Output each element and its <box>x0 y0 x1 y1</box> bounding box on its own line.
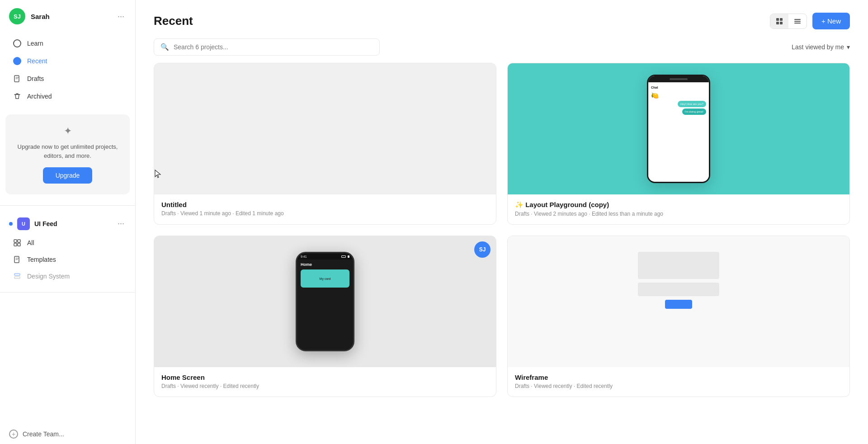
create-team-button[interactable]: + Create Team... <box>0 424 135 444</box>
wireframe-cta <box>665 300 692 309</box>
project-location: Drafts <box>161 210 176 217</box>
team-header[interactable]: U UI Feed ··· <box>0 213 135 234</box>
search-input-wrap: 🔍 <box>154 38 380 56</box>
home-label: Home <box>301 262 349 267</box>
sidebar-item-label: Archived <box>27 93 52 100</box>
team-section: U UI Feed ··· All Templa <box>0 209 135 288</box>
sidebar-item-label: Learn <box>27 40 43 47</box>
avatar: SJ <box>9 8 25 24</box>
page-title: Recent <box>154 14 193 28</box>
phone-notch <box>648 76 709 82</box>
trash-icon <box>13 92 22 101</box>
svg-rect-2 <box>18 240 20 242</box>
user-badge: SJ <box>474 241 491 258</box>
project-meta: Drafts · Viewed recently · Edited recent… <box>161 383 489 389</box>
view-toggle <box>770 14 807 29</box>
project-thumbnail <box>154 63 496 194</box>
svg-rect-14 <box>794 23 801 24</box>
project-location: Drafts <box>515 383 529 389</box>
sidebar-item-templates[interactable]: Templates <box>4 251 132 268</box>
sidebar-item-recent[interactable]: Recent <box>4 52 132 70</box>
divider <box>0 205 135 206</box>
search-bar: 🔍 Last viewed by me ▾ <box>136 38 868 63</box>
chat-bubble: I'm doing great! <box>682 109 706 115</box>
project-viewed: Viewed recently <box>534 383 572 389</box>
svg-rect-4 <box>18 243 20 246</box>
phone-screen-dark: Home My card <box>297 260 353 350</box>
sidebar-item-label: Templates <box>27 256 56 263</box>
project-edited: Edited 1 minute ago <box>236 210 284 217</box>
project-info: Untitled Drafts · Viewed 1 minute ago · … <box>154 194 496 224</box>
card-widget: My card <box>301 269 349 288</box>
project-edited: Edited recently <box>223 383 259 389</box>
sidebar-item-label: All <box>27 239 34 246</box>
sidebar: SJ Sarah ··· Learn Recent Drafts <box>0 0 136 444</box>
new-project-button[interactable]: + New <box>812 13 850 29</box>
project-card[interactable]: Wireframe Drafts · Viewed recently · Edi… <box>507 236 850 397</box>
project-meta: Drafts · Viewed recently · Edited recent… <box>515 383 842 389</box>
plus-icon: + <box>9 430 18 439</box>
user-name: Sarah <box>31 13 110 20</box>
drafts-icon <box>13 74 22 83</box>
team-dot-indicator <box>9 222 13 226</box>
svg-rect-10 <box>776 22 779 24</box>
user-more-button[interactable]: ··· <box>116 10 126 23</box>
project-card[interactable]: Untitled Drafts · Viewed 1 minute ago · … <box>154 63 496 225</box>
project-edited: Edited recently <box>577 383 613 389</box>
search-icon: 🔍 <box>160 43 169 51</box>
status-dots <box>341 255 349 258</box>
sidebar-item-label: Design System <box>27 273 70 280</box>
grid-view-button[interactable] <box>770 14 788 28</box>
upgrade-button[interactable]: Upgrade <box>43 167 93 184</box>
project-meta: Drafts · Viewed 1 minute ago · Edited 1 … <box>161 210 489 217</box>
svg-rect-13 <box>794 21 801 22</box>
svg-rect-9 <box>780 18 783 21</box>
project-info: Wireframe Drafts · Viewed recently · Edi… <box>508 367 849 397</box>
project-name: Wireframe <box>515 373 842 381</box>
sidebar-item-archived[interactable]: Archived <box>4 88 132 105</box>
recent-icon <box>13 57 22 66</box>
sort-button[interactable]: Last viewed by me ▾ <box>792 43 850 51</box>
project-card[interactable]: Chat 🍋 Hey! How are you? I'm doing great… <box>507 63 850 225</box>
wireframe-block <box>638 283 719 296</box>
sidebar-nav: Learn Recent Drafts A <box>0 33 135 107</box>
chevron-down-icon: ▾ <box>847 43 850 51</box>
chat-header: Chat <box>651 85 706 90</box>
project-thumbnail: SJ 9:41 Home My card <box>154 236 496 367</box>
project-location: Drafts <box>161 383 176 389</box>
sidebar-item-learn[interactable]: Learn <box>4 35 132 52</box>
sidebar-item-label: Drafts <box>27 75 44 82</box>
svg-rect-11 <box>780 22 783 24</box>
svg-rect-6 <box>14 274 20 275</box>
phone-screen: Chat 🍋 Hey! How are you? I'm doing great… <box>648 82 709 182</box>
team-more-button[interactable]: ··· <box>116 217 126 230</box>
project-info: ✨ Layout Playground (copy) Drafts · View… <box>508 194 849 224</box>
sidebar-item-design-system[interactable]: Design System <box>4 268 132 284</box>
project-thumbnail: Chat 🍋 Hey! How are you? I'm doing great… <box>508 63 849 194</box>
main-content: Recent <box>136 0 868 444</box>
sort-label: Last viewed by me <box>792 43 844 51</box>
search-input[interactable] <box>174 43 373 51</box>
svg-rect-1 <box>14 240 17 242</box>
project-card[interactable]: SJ 9:41 Home My card <box>154 236 496 397</box>
svg-rect-12 <box>794 19 801 20</box>
grid-icon <box>13 238 22 247</box>
project-meta: Drafts · Viewed 2 minutes ago · Edited l… <box>515 211 842 217</box>
project-name: Untitled <box>161 201 489 208</box>
project-thumbnail <box>508 236 849 367</box>
create-team-label: Create Team... <box>23 430 64 438</box>
chat-bubble: Hey! How are you? <box>678 101 706 107</box>
svg-rect-8 <box>776 18 779 21</box>
sidebar-item-all[interactable]: All <box>4 235 132 251</box>
wireframe-block <box>638 252 719 279</box>
sparkle-icon: ✦ <box>64 125 72 137</box>
phone-mockup: Chat 🍋 Hey! How are you? I'm doing great… <box>647 75 710 183</box>
projects-grid: Untitled Drafts · Viewed 1 minute ago · … <box>136 63 868 444</box>
project-viewed: Viewed 2 minutes ago <box>534 211 587 217</box>
project-name: ✨ Layout Playground (copy) <box>515 201 842 209</box>
phone-status-bar: 9:41 <box>297 253 353 260</box>
list-view-button[interactable] <box>788 14 807 28</box>
project-location: Drafts <box>515 211 529 217</box>
main-header: Recent <box>136 0 868 38</box>
sidebar-item-drafts[interactable]: Drafts <box>4 70 132 87</box>
